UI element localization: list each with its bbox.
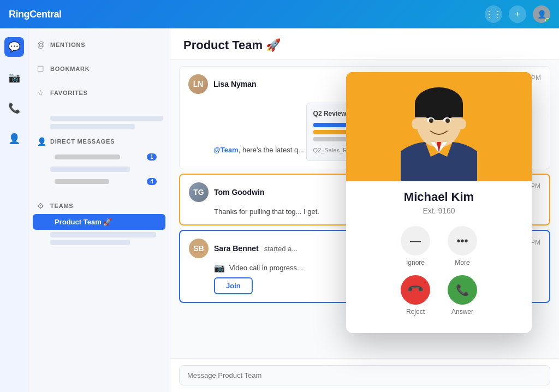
avatar-sara: SB: [189, 239, 209, 258]
user-avatar[interactable]: 👤: [533, 5, 550, 23]
more-label: More: [455, 259, 469, 266]
sidebar-section-dm: 👤 DIRECT MESSAGES 1 4: [28, 134, 170, 189]
sidebar-dm-header[interactable]: 👤 DIRECT MESSAGES: [28, 134, 170, 149]
video-call-text: Video call in progress...: [229, 264, 303, 272]
caller-photo: [346, 72, 532, 181]
avatar-lisa: LN: [188, 74, 208, 94]
message-input[interactable]: [179, 365, 550, 385]
add-button[interactable]: +: [509, 5, 526, 23]
caller-photo-svg: [346, 72, 532, 181]
sidebar-mentions-header[interactable]: @ MENTIONS: [28, 37, 170, 52]
teams-label: TEAMS: [50, 203, 74, 209]
content-area: Product Team 🚀 LN Lisa Nyman 3:09 PM @Te…: [170, 28, 559, 392]
icon-bar: 💬 📷 📞 👤: [0, 28, 28, 392]
mention-icon: @: [37, 40, 46, 49]
join-button[interactable]: Join: [214, 277, 253, 294]
mentions-label: MENTIONS: [50, 41, 85, 48]
call-actions: — Ignore ••• More: [355, 226, 523, 266]
svg-point-7: [445, 118, 450, 123]
app-header: RingCentral ⋮⋮ + 👤: [0, 0, 559, 28]
sender-lisa: Lisa Nyman: [213, 80, 257, 88]
icon-bar-contacts[interactable]: 👤: [4, 129, 24, 149]
sidebar-section-mentions: @ MENTIONS: [28, 37, 170, 52]
app-logo: RingCentral: [9, 9, 485, 20]
active-team-label: Product Team 🚀: [55, 218, 112, 226]
star-icon: ☆: [37, 88, 46, 97]
sidebar-section-teams: ⚙ TEAMS Product Team 🚀: [28, 198, 170, 247]
dm-icon: 👤: [37, 137, 46, 146]
header-actions: ⋮⋮ + 👤: [485, 5, 550, 23]
sidebar-section-bookmark: ☐ BOOKMARK: [28, 61, 170, 76]
icon-bar-video[interactable]: 📷: [4, 68, 24, 87]
icon-bar-messages[interactable]: 💬: [4, 37, 24, 57]
reject-label: Reject: [406, 308, 425, 316]
answer-label: Answer: [451, 308, 473, 316]
sidebar-teams-header[interactable]: ⚙ TEAMS: [28, 198, 170, 213]
svg-point-6: [429, 118, 433, 123]
svg-point-8: [412, 118, 420, 129]
ignore-button[interactable]: —: [401, 226, 430, 256]
avatar-tom: TG: [189, 182, 209, 202]
dm-badge-2: 4: [147, 178, 157, 185]
dm-badge-1: 1: [147, 153, 157, 161]
reject-button[interactable]: 📞: [401, 275, 430, 305]
grid-icon: ⋮⋮: [485, 9, 502, 20]
sidebar-team-product[interactable]: Product Team 🚀: [33, 214, 165, 230]
ignore-action: — Ignore: [401, 226, 430, 266]
incoming-call-overlay: Michael Kim Ext. 9160 — Ignore ••• More …: [346, 72, 532, 333]
reject-action: 📞 Reject: [401, 275, 430, 316]
sidebar-section-favorites: ☆ FAVORITES: [28, 85, 170, 100]
sidebar-dm-item-1[interactable]: 1: [33, 150, 165, 164]
sidebar: @ MENTIONS ☐ BOOKMARK ☆ FAVORITES 👤 DIRE…: [28, 28, 170, 392]
ignore-label: Ignore: [406, 259, 425, 266]
more-action: ••• More: [448, 226, 477, 266]
teams-icon: ⚙: [37, 201, 46, 210]
plus-icon: +: [515, 9, 520, 19]
sidebar-dm-item-2[interactable]: 4: [33, 174, 165, 189]
sidebar-bookmark-header[interactable]: ☐ BOOKMARK: [28, 61, 170, 76]
content-header: Product Team 🚀: [170, 28, 559, 60]
caller-ext: Ext. 9160: [355, 206, 523, 215]
favorites-label: FAVORITES: [50, 90, 88, 96]
sender-sara: Sara Bennet: [214, 244, 259, 253]
video-camera-icon: 📷: [214, 263, 225, 273]
answer-action: 📞 Answer: [448, 275, 477, 316]
grid-icon-button[interactable]: ⋮⋮: [485, 5, 502, 23]
caller-name: Michael Kim: [355, 190, 523, 204]
answer-button[interactable]: 📞: [448, 275, 477, 305]
online-status-dot: [545, 18, 550, 22]
icon-bar-phone[interactable]: 📞: [4, 98, 24, 118]
call-info: Michael Kim Ext. 9160 — Ignore ••• More …: [346, 181, 532, 333]
mention-team: @Team: [213, 146, 239, 154]
message-input-area: [170, 358, 559, 392]
main-layout: 💬 📷 📞 👤 @ MENTIONS ☐ BOOKMARK ☆ FAVORITE…: [0, 28, 559, 392]
sender-tom: Tom Goodwin: [214, 188, 264, 197]
dm-label: DIRECT MESSAGES: [50, 138, 115, 145]
channel-title: Product Team 🚀: [183, 38, 546, 52]
bookmark-icon: ☐: [37, 64, 46, 73]
call-actions-2: 📞 Reject 📞 Answer: [355, 275, 523, 316]
svg-rect-3: [415, 104, 463, 117]
sidebar-favorites-header[interactable]: ☆ FAVORITES: [28, 85, 170, 100]
svg-point-9: [457, 118, 466, 129]
more-button[interactable]: •••: [448, 226, 477, 256]
bookmark-label: BOOKMARK: [50, 66, 90, 72]
